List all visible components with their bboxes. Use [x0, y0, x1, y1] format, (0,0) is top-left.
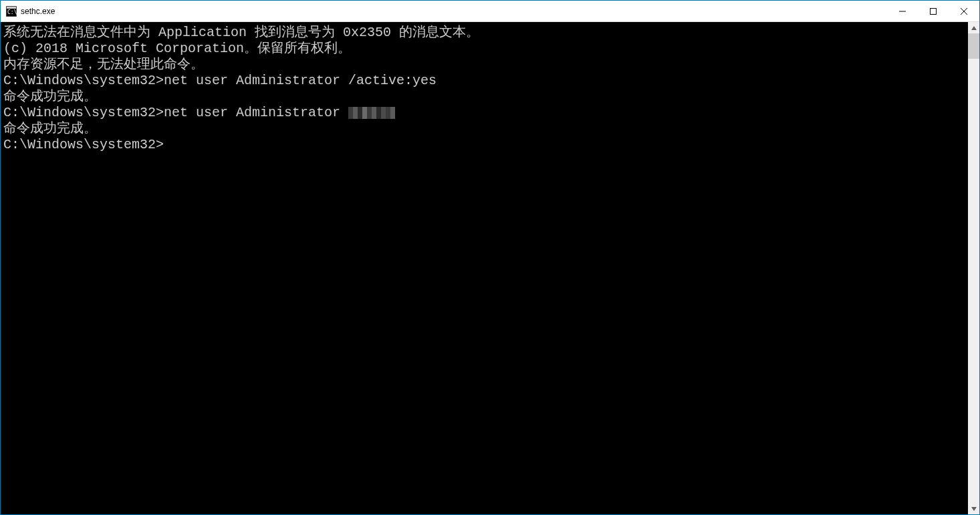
scroll-down-button[interactable] — [968, 503, 979, 514]
window-title: sethc.exe — [21, 7, 55, 16]
prompt-line: C:\Windows\system32> — [3, 137, 965, 153]
svg-marker-7 — [971, 26, 977, 30]
command-text: net user Administrator /active:yes — [164, 73, 437, 88]
svg-text:C:\: C:\ — [7, 9, 17, 15]
command-line: C:\Windows\system32>net user Administrat… — [3, 105, 965, 121]
scroll-up-button[interactable] — [968, 22, 979, 33]
svg-rect-1 — [7, 7, 16, 9]
console-output[interactable]: 系统无法在消息文件中为 Application 找到消息号为 0x2350 的消… — [1, 22, 968, 514]
minimize-button[interactable] — [887, 1, 918, 21]
command-text: net user Administrator — [164, 105, 348, 120]
scrollbar-thumb[interactable] — [968, 33, 979, 59]
titlebar-left: C:\ sethc.exe — [1, 6, 55, 17]
cmd-icon: C:\ — [6, 6, 17, 17]
prompt: C:\Windows\system32> — [3, 73, 164, 88]
svg-rect-4 — [931, 8, 937, 14]
svg-marker-8 — [971, 507, 977, 511]
output-line: 内存资源不足，无法处理此命令。 — [3, 57, 965, 73]
output-line: 系统无法在消息文件中为 Application 找到消息号为 0x2350 的消… — [3, 25, 965, 41]
output-line: 命令成功完成。 — [3, 89, 965, 105]
console-area: 系统无法在消息文件中为 Application 找到消息号为 0x2350 的消… — [1, 22, 979, 514]
window-controls — [887, 1, 979, 21]
output-line: 命令成功完成。 — [3, 121, 965, 137]
prompt: C:\Windows\system32> — [3, 105, 164, 120]
maximize-button[interactable] — [918, 1, 949, 21]
output-line: (c) 2018 Microsoft Corporation。保留所有权利。 — [3, 41, 965, 57]
command-line: C:\Windows\system32>net user Administrat… — [3, 73, 965, 89]
close-button[interactable] — [949, 1, 979, 21]
vertical-scrollbar[interactable] — [968, 22, 979, 514]
redacted-password — [348, 107, 395, 119]
titlebar[interactable]: C:\ sethc.exe — [1, 1, 979, 22]
scrollbar-track[interactable] — [968, 33, 979, 503]
